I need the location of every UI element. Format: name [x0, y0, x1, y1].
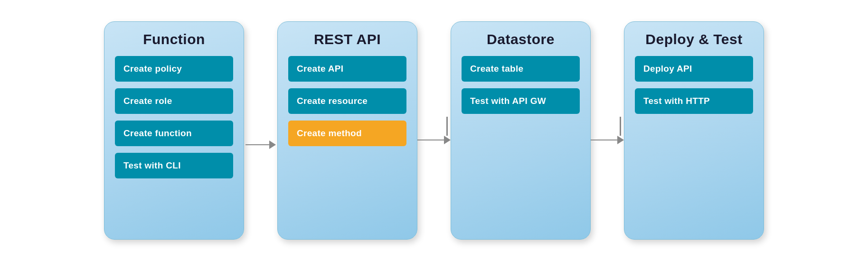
arrow-elbow-h — [417, 140, 444, 141]
btn-test-api-gw[interactable]: Test with API GW — [462, 88, 580, 114]
btn-create-role[interactable]: Create role — [115, 88, 233, 114]
panel-rest-items: Create API Create resource Create method — [288, 56, 406, 146]
btn-create-api[interactable]: Create API — [288, 56, 406, 82]
arrow-2 — [417, 117, 451, 144]
btn-test-with-cli[interactable]: Test with CLI — [115, 153, 233, 178]
arrow-elbow-2 — [417, 117, 451, 144]
panel-function-title: Function — [143, 31, 205, 47]
btn-create-function[interactable]: Create function — [115, 121, 233, 146]
workflow-diagram: Function Create policy Create role Creat… — [90, 12, 778, 249]
arrow-elbow-h-row-3 — [591, 136, 624, 144]
arrow-3 — [591, 117, 624, 144]
panel-rest-api: REST API Create API Create resource Crea… — [277, 21, 417, 240]
panel-datastore-title: Datastore — [487, 31, 555, 47]
arrow-elbow-h-3 — [591, 140, 617, 141]
arrow-elbow-v-3 — [620, 117, 621, 136]
panel-rest-title: REST API — [314, 31, 381, 47]
arrow-elbow-head — [444, 136, 451, 144]
panel-datastore-items: Create table Test with API GW — [462, 56, 580, 114]
arrow-elbow-3 — [591, 117, 624, 144]
panel-function-items: Create policy Create role Create functio… — [115, 56, 233, 178]
btn-create-policy[interactable]: Create policy — [115, 56, 233, 82]
arrow-1 — [244, 140, 277, 149]
btn-create-method[interactable]: Create method — [288, 121, 406, 146]
btn-create-table[interactable]: Create table — [462, 56, 580, 82]
panel-deploy-items: Deploy API Test with HTTP — [635, 56, 753, 114]
panel-function: Function Create policy Create role Creat… — [104, 21, 244, 240]
btn-test-http[interactable]: Test with HTTP — [635, 88, 753, 114]
panel-datastore: Datastore Create table Test with API GW — [451, 21, 591, 240]
arrow-head-1 — [269, 140, 276, 149]
panel-deploy-test: Deploy & Test Deploy API Test with HTTP — [624, 21, 764, 240]
btn-create-resource[interactable]: Create resource — [288, 88, 406, 114]
arrow-line-1 — [245, 144, 269, 146]
arrow-straight-1 — [245, 140, 276, 149]
arrow-elbow-head-3 — [617, 136, 624, 144]
panel-deploy-title: Deploy & Test — [645, 31, 742, 47]
arrow-elbow-v — [446, 117, 448, 136]
btn-deploy-api[interactable]: Deploy API — [635, 56, 753, 82]
arrow-elbow-h-row — [417, 136, 451, 144]
